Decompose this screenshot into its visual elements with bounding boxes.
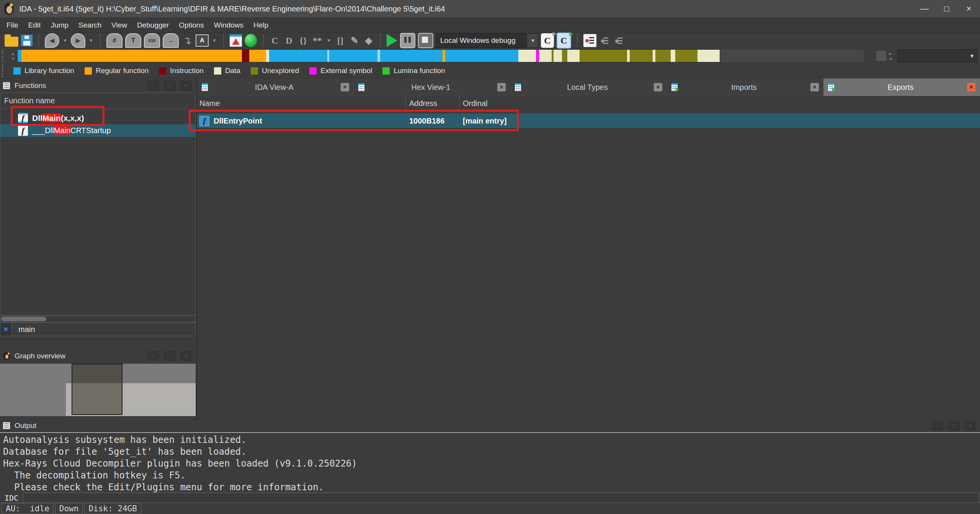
drag-handle-icon[interactable] [2,65,6,77]
open-file-icon[interactable] [5,37,18,47]
horizontal-scrollbar[interactable] [0,316,196,322]
menu-item-help[interactable]: Help [248,21,273,29]
text-search-dropdown-icon[interactable]: ▼ [211,34,217,47]
tab-hex-view-1[interactable]: Hex View-1× [354,78,510,96]
tab-close-icon[interactable]: × [497,83,506,91]
output-line: Hex-Rays Cloud Decompiler plugin has bee… [3,458,980,470]
nav-segment-data [627,50,630,62]
tab-close-icon[interactable]: × [810,83,819,91]
tab-exports[interactable]: Exports× [823,78,980,96]
step-into-icon[interactable]: C [541,33,554,48]
debugger-select[interactable]: Local Windows debugg▼ [436,33,538,48]
menu-item-options[interactable]: Options [174,21,209,29]
delete-breakpoint-icon[interactable] [613,34,625,47]
menu-item-windows[interactable]: Windows [209,21,248,29]
nav-forward-dropdown-icon[interactable]: ▼ [88,34,94,47]
menu-item-view[interactable]: View [106,21,132,29]
column-header-ordinal[interactable]: Ordinal [459,96,980,111]
maximize-button[interactable]: □ [936,0,958,18]
menu-item-debugger[interactable]: Debugger [132,21,174,29]
band-pager-left-icon[interactable]: ◂ [889,56,892,61]
tab-close-icon[interactable]: × [967,83,975,91]
jump-down-icon[interactable]: ↴ [181,34,193,47]
menu-item-edit[interactable]: Edit [23,21,46,29]
ida-logo-icon [3,2,15,16]
legend-label: External symbol [320,67,372,75]
nav-zoom-dropdown[interactable]: ▼ [898,49,977,62]
legend-item-external: External symbol [309,67,372,75]
panel-restore-button[interactable]: ▫ [147,350,160,361]
menu-item-jump[interactable]: Jump [46,21,73,29]
add-breakpoint-icon[interactable] [599,34,611,47]
create-function-icon[interactable]: C [269,34,281,47]
nav-forward-icon[interactable]: ▶ [71,33,85,48]
viewport-rectangle[interactable] [72,364,122,415]
tab-label: IDA View-A [255,83,294,92]
nav-band[interactable] [17,49,720,62]
debug-pause-icon[interactable] [400,33,415,48]
lumina-icon[interactable] [245,34,257,47]
nav-band-empty [720,49,864,62]
graph-overview-canvas[interactable] [0,363,196,416]
panel-float-button[interactable]: □ [163,80,176,91]
tab-local-types[interactable]: Local Types× [510,78,667,96]
debug-run-icon[interactable] [387,34,397,47]
tab-close-icon[interactable]: × [654,83,662,91]
patch-icon[interactable]: ◆ [363,34,374,47]
column-header-name[interactable]: Name [197,96,406,111]
band-pager-right-icon[interactable]: ▸ [889,51,892,56]
nav-segment-data [266,50,270,62]
output-log[interactable]: Autoanalysis subsystem has been initiali… [0,432,980,493]
breakpoint-list-icon[interactable] [583,34,596,47]
jump-address-icon[interactable]: # [106,33,122,48]
filter-close-button[interactable]: × [0,322,12,336]
panel-float-button[interactable]: □ [163,350,176,361]
nav-segment-regular [21,50,242,62]
navigation-band-wrap: ↓ [17,49,720,62]
chevron-down-icon[interactable]: ▼ [528,34,538,47]
panel-close-button[interactable]: × [180,80,193,91]
legend-row: Library functionRegular functionInstruct… [0,63,980,78]
chart-icon[interactable] [230,34,242,47]
menu-item-file[interactable]: File [2,21,23,29]
tab-close-icon[interactable]: × [341,83,349,91]
text-search-icon[interactable]: A [196,34,209,47]
status-cell-2: Disk: 24GB [84,503,141,514]
band-pager-arrows[interactable]: ▸ ◂ [889,51,892,61]
column-header-address[interactable]: Address [406,96,459,111]
idc-input[interactable] [23,493,979,503]
menu-item-search[interactable]: Search [74,21,106,29]
band-arrow-up-icon[interactable]: ▴ [12,51,14,56]
function-row-dllmaincrtstartup[interactable]: f ___DllMainCRTStartup [0,124,195,137]
jump-binary-icon[interactable]: 010 [144,33,160,48]
idc-label[interactable]: IDC [0,493,23,503]
save-icon[interactable] [21,35,33,46]
filter-tab-main[interactable]: main [12,322,196,336]
panel-restore-button[interactable]: ▫ [931,420,944,431]
create-segment-icon[interactable]: [] [335,34,346,47]
edit-icon[interactable]: ✎ [349,34,360,47]
band-arrow-down-icon[interactable]: ▾ [12,56,14,61]
step-over-icon[interactable]: C [557,33,571,49]
create-array-icon[interactable]: ** [312,34,323,47]
panel-restore-button[interactable]: ▫ [147,80,160,91]
jump-name-icon[interactable]: T [125,33,141,48]
close-button[interactable]: × [958,0,980,18]
tab-imports[interactable]: Imports× [667,78,823,96]
jump-xref-icon[interactable]: → [163,33,179,48]
scrollbar-thumb[interactable] [1,317,46,321]
nav-back-icon[interactable]: ◀ [45,33,59,48]
tab-ida-view-a[interactable]: IDA View-A× [197,78,354,96]
create-data-icon[interactable]: D [283,34,295,47]
panel-float-button[interactable]: □ [947,420,960,431]
create-dropdown-icon[interactable]: ▼ [326,34,332,47]
panel-close-button[interactable]: × [964,420,977,431]
minimize-button[interactable]: — [913,0,936,18]
debug-stop-icon[interactable] [418,33,433,48]
drag-handle-icon[interactable] [2,50,6,62]
panel-close-button[interactable]: × [180,350,193,361]
create-struct-icon[interactable]: {} [297,34,309,47]
band-scroll-arrows[interactable]: ▴ ▾ [12,51,14,61]
chevron-down-icon[interactable]: ▼ [967,53,977,59]
nav-back-dropdown-icon[interactable]: ▼ [62,34,68,47]
